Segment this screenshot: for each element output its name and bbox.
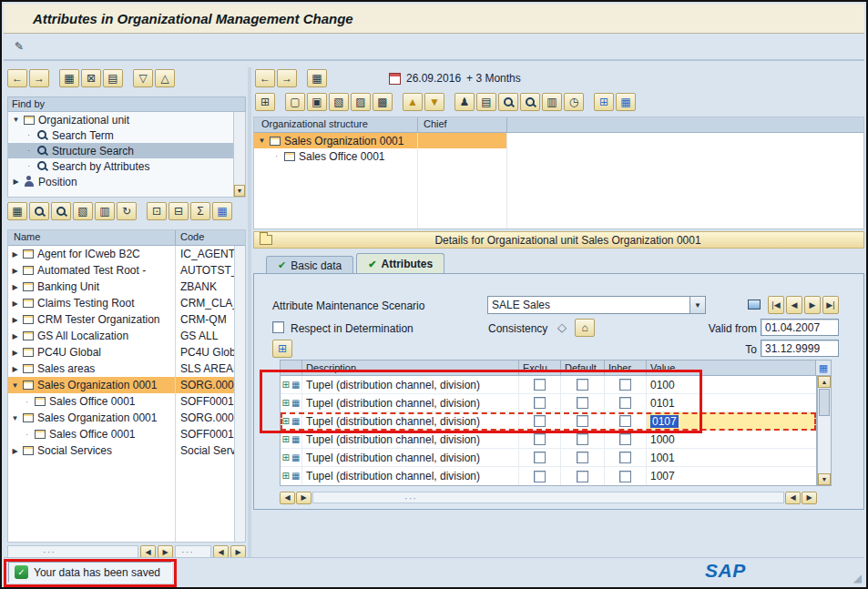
row-detail-icon[interactable]: ▦ (291, 472, 300, 481)
row-detail-icon[interactable]: ▦ (291, 399, 300, 408)
scroll-up-icon[interactable]: ▲ (818, 376, 831, 388)
tree-item-structure-search[interactable]: · Structure Search (8, 143, 245, 158)
insert-row-icon[interactable]: ⊞ (282, 472, 290, 481)
table-row[interactable]: ▼Sales Organization 0001SORG.0001 (8, 410, 234, 426)
find-next-icon[interactable] (520, 93, 540, 111)
panel-splitter[interactable] (248, 67, 251, 559)
tree-scrollbar[interactable]: ▼ (233, 112, 245, 197)
print-icon[interactable]: ▤ (476, 93, 496, 111)
attribute-value[interactable]: 1001 (647, 449, 816, 466)
refresh-icon[interactable]: ↻ (117, 202, 137, 220)
insert-row-icon[interactable]: ⊞ (282, 417, 290, 426)
respect-determination-checkbox[interactable] (272, 321, 284, 333)
row-detail-icon[interactable]: ▦ (291, 453, 300, 462)
find-next-icon[interactable] (51, 202, 71, 220)
display-scenario-icon[interactable] (744, 295, 764, 313)
exclusion-checkbox[interactable] (534, 415, 546, 427)
insert-row-icon[interactable]: ⊞ (282, 399, 290, 408)
attribute-row[interactable]: ⊞▦ Tupel (distribution channel, division… (281, 376, 816, 394)
forward-icon[interactable]: → (277, 69, 297, 87)
next-record-icon[interactable]: ▶ (804, 296, 821, 314)
hscroll-track[interactable]: ··· (7, 545, 138, 558)
table-view-icon[interactable]: ▦ (7, 202, 27, 220)
scroll-right-icon[interactable]: ▶ (802, 492, 817, 504)
one-level-up-icon[interactable]: ▣ (307, 93, 327, 111)
find-icon[interactable] (29, 202, 49, 220)
row-detail-icon[interactable]: ▦ (291, 381, 300, 390)
previous-record-icon[interactable]: ◀ (786, 296, 802, 314)
tab-attributes[interactable]: ✔ Attributes (356, 253, 444, 274)
table-row[interactable]: ▶CRM Tester OrganizationCRM-QM (8, 311, 234, 328)
column-header-exclusion[interactable]: Exclu... (519, 361, 561, 375)
inherited-checkbox[interactable] (619, 471, 631, 482)
valid-from-field[interactable]: 01.04.2007 (761, 319, 839, 336)
table-row[interactable]: ▶Banking UnitZBANK (8, 279, 234, 295)
scroll-thumb[interactable] (819, 389, 830, 416)
scroll-left-icon[interactable]: ◀ (785, 492, 801, 504)
exclusion-checkbox[interactable] (534, 379, 546, 391)
maintain-icon[interactable]: ⊞ (272, 340, 292, 358)
column-header-value[interactable]: Value (647, 361, 816, 375)
table-row[interactable]: ▶Claims Testing RootCRM_CLA_RO. (8, 295, 234, 311)
filter-icon[interactable]: ▽ (133, 69, 153, 87)
exclusion-checkbox[interactable] (534, 433, 546, 445)
unlock-icon[interactable]: ⊟ (168, 202, 189, 220)
hscroll-track[interactable]: ··· (175, 545, 211, 558)
inherited-checkbox[interactable] (619, 433, 631, 445)
inherited-checkbox[interactable] (619, 415, 631, 427)
scenario-dropdown[interactable]: SALE Sales ▼ (487, 296, 706, 314)
assign-icon[interactable]: ▧ (329, 93, 349, 111)
table-row[interactable]: ▶PC4U GlobalPC4U Global (8, 344, 234, 361)
table-row[interactable]: ·Sales Office 0001SOFF0001 (8, 393, 234, 410)
inherited-checkbox[interactable] (619, 397, 631, 409)
tree-item-search-by-attributes[interactable]: · Search by Attributes (8, 158, 245, 174)
default-checkbox[interactable] (577, 415, 588, 427)
hscroll-track[interactable]: ··· (312, 492, 784, 503)
column-header-default[interactable]: Default (561, 361, 605, 375)
object-table-vscroll[interactable] (234, 246, 245, 542)
scroll-left-icon[interactable]: ◀ (213, 545, 229, 558)
org-chart-icon[interactable]: ⊞ (594, 93, 614, 111)
results-list-icon[interactable]: ▦ (59, 69, 79, 87)
expander-icon[interactable]: ▼ (258, 137, 266, 145)
default-checkbox[interactable] (577, 397, 588, 409)
first-record-icon[interactable]: |◀ (768, 296, 784, 314)
org-row[interactable]: · Sales Office 0001 (254, 148, 863, 164)
tree-item-organizational-unit[interactable]: ▼ Organizational unit (8, 112, 245, 127)
table-row[interactable]: ▶Agent for ICweb B2CIC_AGENT B2 (8, 246, 234, 262)
scroll-down-icon[interactable]: ▼ (234, 185, 245, 197)
column-header-inherited[interactable]: Inher... (605, 361, 647, 375)
calculate-icon[interactable]: Σ (190, 202, 210, 220)
copy-list-icon[interactable]: ▤ (103, 69, 123, 87)
scroll-right-icon[interactable]: ▶ (230, 545, 246, 558)
org-row-selected[interactable]: ▼ Sales Organization 0001 (254, 133, 863, 148)
exclusion-checkbox[interactable] (534, 397, 546, 409)
check-consistency-icon[interactable]: ⌂ (575, 319, 595, 337)
calendar-icon[interactable] (389, 73, 401, 85)
scenario-value[interactable]: SALE Sales (487, 296, 689, 314)
move-up-icon[interactable]: ▲ (403, 93, 423, 111)
back-icon[interactable]: ← (7, 69, 27, 87)
expander-icon[interactable]: ▶ (12, 178, 20, 186)
delimit-icon[interactable]: ▨ (351, 93, 371, 111)
lock-icon[interactable]: ⊡ (147, 202, 167, 220)
table-row-selected[interactable]: ▼Sales Organization 0001SORG.0001 (8, 377, 234, 393)
tree-item-position[interactable]: ▶ Position (8, 174, 245, 189)
inherited-checkbox[interactable] (619, 379, 631, 391)
column-config-icon[interactable]: ▦ (212, 202, 232, 220)
create-icon[interactable]: ▢ (285, 93, 305, 111)
attribute-row[interactable]: ⊞▦ Tupel (distribution channel, division… (281, 449, 816, 467)
tree-item-search-term[interactable]: · Search Term (8, 127, 245, 143)
clipboard-icon[interactable]: ▥ (542, 93, 562, 111)
tab-basic-data[interactable]: ✔ Basic data (266, 256, 353, 274)
valid-to-field[interactable]: 31.12.9999 (761, 340, 839, 357)
attributes-table-vscroll[interactable]: ▲ ▼ (817, 376, 832, 486)
staff-assignments-icon[interactable]: ♟ (454, 93, 475, 111)
expander-icon[interactable]: ▼ (12, 116, 20, 124)
last-record-icon[interactable]: ▶| (822, 296, 839, 314)
table-row[interactable]: ▶Automated Test Root -AUTOTST_R. (8, 262, 234, 279)
attribute-row[interactable]: ⊞▦ Tupel (distribution channel, division… (281, 431, 816, 449)
default-checkbox[interactable] (577, 433, 588, 445)
overview-icon[interactable]: ▦ (307, 69, 327, 87)
table-settings-icon[interactable]: ▦ (816, 361, 831, 375)
